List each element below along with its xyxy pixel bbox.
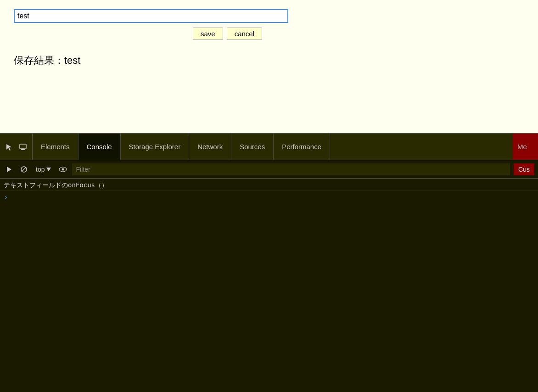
tab-sources[interactable]: Sources (231, 134, 274, 160)
context-selector[interactable]: top (33, 165, 54, 174)
tab-storage-explorer[interactable]: Storage Explorer (121, 134, 190, 160)
prompt-arrow-icon: › (4, 193, 8, 202)
tab-elements[interactable]: Elements (33, 134, 78, 160)
text-field[interactable] (14, 9, 288, 23)
custom-button[interactable]: Cus (514, 163, 534, 175)
tab-performance[interactable]: Performance (274, 134, 330, 160)
save-button[interactable]: save (193, 28, 223, 40)
eye-icon[interactable] (57, 164, 68, 175)
button-row: save cancel (193, 28, 524, 40)
context-label: top (36, 166, 45, 173)
tab-network[interactable]: Network (189, 134, 231, 160)
svg-rect-1 (21, 149, 25, 150)
console-toolbar: top Cus (0, 160, 538, 179)
tab-more[interactable]: Me (513, 134, 538, 160)
cancel-button[interactable]: cancel (227, 28, 262, 40)
devtools-icon-group (0, 134, 33, 160)
svg-marker-5 (46, 168, 51, 171)
play-icon[interactable] (4, 164, 15, 175)
tab-console[interactable]: Console (78, 134, 121, 160)
cursor-icon[interactable] (4, 141, 15, 152)
console-log-line: テキストフィールドのonFocus（） (0, 180, 538, 191)
save-result: 保存結果：test (14, 54, 524, 67)
svg-line-4 (22, 167, 26, 172)
console-output: テキストフィールドのonFocus（） › (0, 179, 538, 392)
svg-rect-0 (20, 144, 26, 149)
filter-input[interactable] (72, 163, 510, 175)
page-content: save cancel 保存結果：test (0, 0, 538, 133)
svg-marker-2 (7, 167, 11, 172)
block-icon[interactable] (18, 164, 29, 175)
devtools-panel: Elements Console Storage Explorer Networ… (0, 133, 538, 392)
svg-point-7 (62, 168, 64, 170)
console-prompt[interactable]: › (0, 191, 538, 203)
device-icon[interactable] (17, 141, 28, 152)
devtools-tabbar: Elements Console Storage Explorer Networ… (0, 134, 538, 160)
